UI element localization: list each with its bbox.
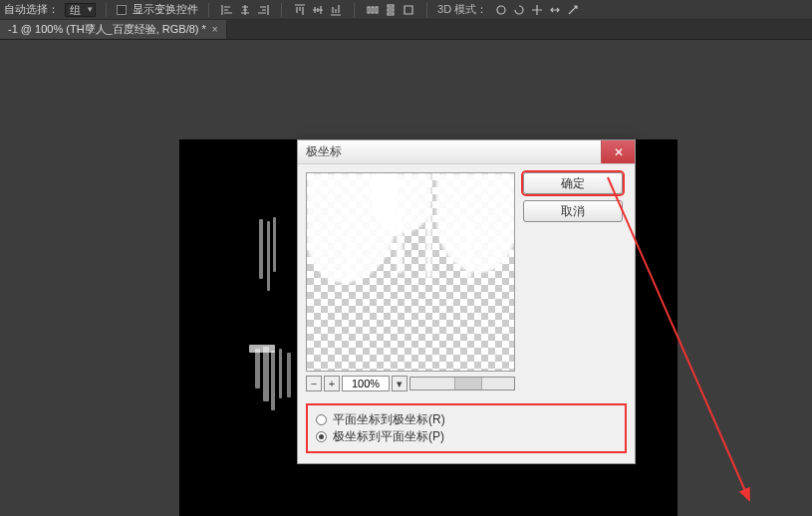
document-tab[interactable]: -1 @ 100% (TH孽人_百度经验, RGB/8) * × bbox=[0, 20, 227, 39]
align-right-icon[interactable] bbox=[255, 2, 271, 18]
options-bar: 自动选择： 组 显示变换控件 3D 模式： bbox=[0, 0, 812, 20]
preview-scrollbar[interactable] bbox=[409, 377, 515, 390]
align-bottom-icon[interactable] bbox=[328, 2, 344, 18]
svg-rect-0 bbox=[368, 7, 370, 13]
polar-coordinates-dialog: 极坐标 ✕ − + 100% ▾ bbox=[297, 139, 636, 464]
pan-icon[interactable] bbox=[529, 2, 545, 18]
radio-polar-to-rect[interactable]: 极坐标到平面坐标(P) bbox=[316, 428, 617, 445]
close-x-icon: ✕ bbox=[614, 145, 624, 159]
zoom-out-button[interactable]: − bbox=[306, 376, 322, 391]
radio-rect-to-polar[interactable]: 平面坐标到极坐标(R) bbox=[316, 411, 617, 428]
svg-rect-3 bbox=[388, 5, 394, 7]
radio-icon bbox=[316, 414, 327, 425]
conversion-options: 平面坐标到极坐标(R) 极坐标到平面坐标(P) bbox=[306, 403, 627, 453]
auto-select-label: 自动选择： bbox=[4, 2, 59, 17]
zoom-controls: − + 100% ▾ bbox=[306, 376, 515, 391]
align-left-icon[interactable] bbox=[219, 2, 235, 18]
dialog-close-button[interactable]: ✕ bbox=[601, 140, 635, 163]
show-transform-controls[interactable]: 显示变换控件 bbox=[117, 2, 198, 17]
svg-point-6 bbox=[497, 6, 505, 14]
zoom-dropdown-icon[interactable]: ▾ bbox=[392, 376, 407, 391]
zoom-value[interactable]: 100% bbox=[342, 376, 390, 391]
align-group-1 bbox=[219, 2, 271, 18]
radio-icon bbox=[316, 431, 327, 442]
cancel-button[interactable]: 取消 bbox=[523, 200, 623, 222]
svg-rect-5 bbox=[388, 13, 394, 15]
mode-3d-label: 3D 模式： bbox=[437, 2, 487, 17]
document-tab-bar: -1 @ 100% (TH孽人_百度经验, RGB/8) * × bbox=[0, 20, 812, 40]
distribute-space-icon[interactable] bbox=[401, 2, 416, 18]
ok-button[interactable]: 确定 bbox=[523, 172, 623, 194]
preview-area[interactable] bbox=[306, 172, 515, 372]
align-top-icon[interactable] bbox=[292, 2, 308, 18]
document-tab-title: -1 @ 100% (TH孽人_百度经验, RGB/8) * bbox=[8, 22, 206, 37]
orbit-icon[interactable] bbox=[493, 2, 509, 18]
svg-rect-1 bbox=[372, 7, 374, 13]
distribute-v-icon[interactable] bbox=[383, 2, 399, 18]
distribute-h-icon[interactable] bbox=[365, 2, 381, 18]
distribute-group bbox=[365, 2, 416, 18]
dialog-title: 极坐标 bbox=[306, 143, 342, 160]
svg-rect-2 bbox=[376, 7, 378, 13]
close-icon[interactable]: × bbox=[212, 24, 218, 35]
dialog-titlebar[interactable]: 极坐标 ✕ bbox=[298, 140, 635, 164]
scale-icon[interactable] bbox=[565, 2, 581, 18]
align-center-h-icon[interactable] bbox=[237, 2, 253, 18]
mode-3d-icons bbox=[493, 2, 581, 18]
roll-icon[interactable] bbox=[511, 2, 527, 18]
align-middle-icon[interactable] bbox=[310, 2, 326, 18]
align-group-2 bbox=[292, 2, 344, 18]
svg-rect-4 bbox=[388, 9, 394, 11]
checkbox-icon bbox=[117, 5, 127, 15]
slide-icon[interactable] bbox=[547, 2, 563, 18]
zoom-in-button[interactable]: + bbox=[324, 376, 340, 391]
auto-select-combo[interactable]: 组 bbox=[65, 3, 96, 17]
